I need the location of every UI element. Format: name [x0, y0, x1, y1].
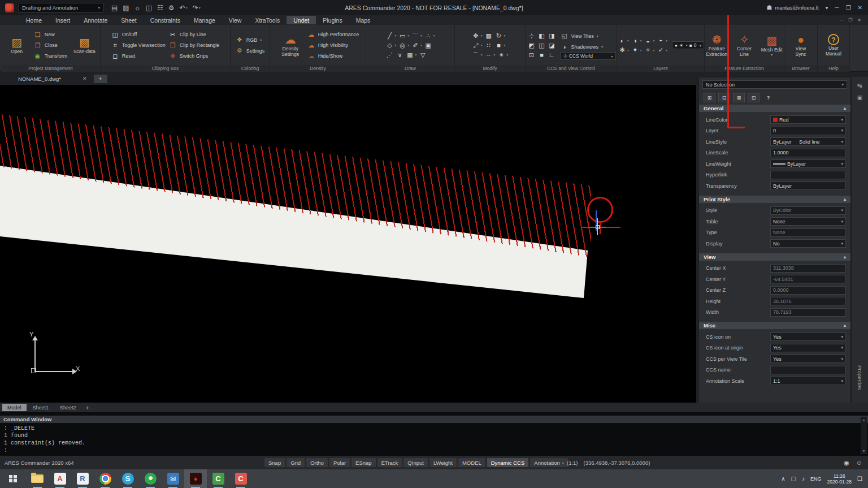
select-entities-icon[interactable]: ⊞ [704, 93, 715, 102]
add-sheet-button[interactable]: + [86, 404, 89, 411]
property-value-dropdown[interactable]: 1:1▾ [770, 377, 846, 385]
toggle-model[interactable]: MODEL [458, 458, 485, 467]
layer-preview-icon[interactable]: ◑ [630, 36, 640, 45]
chevron-down-icon[interactable]: ▾ [407, 34, 409, 37]
ccs-world-dropdown[interactable]: ⊹CCS World▾ [561, 52, 616, 60]
undo-icon[interactable]: ↶▾ [180, 4, 188, 12]
command-window-header[interactable]: Command Window [0, 416, 868, 423]
trim-icon[interactable]: ╌ [484, 51, 494, 59]
ccs-origin-icon[interactable]: ∟ [547, 51, 557, 59]
high-performance-button[interactable]: ☁High Performance [307, 29, 359, 40]
property-value-dropdown[interactable]: Yes▾ [770, 332, 846, 341]
chevron-down-icon[interactable]: ▾ [420, 34, 422, 37]
view-bottom-icon[interactable]: ⊡ [527, 51, 537, 59]
ares-logo-icon[interactable] [5, 3, 14, 12]
line-icon[interactable]: ╱ [384, 32, 394, 40]
toggle-grid[interactable]: Grid [287, 458, 305, 467]
layer-dropdown[interactable]: ●☀◔■0▾ [672, 41, 704, 49]
polygon-icon[interactable]: ◇ [384, 41, 394, 50]
file-explorer-icon[interactable] [26, 469, 49, 488]
redo-icon[interactable]: ↷▾ [193, 4, 201, 12]
region-icon[interactable]: ▦ [405, 51, 415, 59]
session-user-icon[interactable]: ☺ [856, 459, 862, 467]
minimize-icon[interactable]: ─ [835, 5, 839, 11]
tab-insert[interactable]: Insert [49, 16, 77, 24]
rgb-button[interactable]: ❖RGB▾ [236, 34, 265, 45]
open-button[interactable]: ▨Open [3, 36, 31, 54]
document-tab[interactable]: NONAME_0.dwg* ✕ [18, 76, 87, 82]
chevron-down-icon[interactable]: ▾ [415, 53, 416, 57]
switch-grips-button[interactable]: ❖Switch Grips [169, 51, 220, 62]
section-header-view[interactable]: View▴ [699, 253, 850, 261]
clip-onoff-button[interactable]: ◫On/Off [111, 29, 166, 40]
toggle-lweight[interactable]: LWeight [429, 458, 457, 467]
property-value-dropdown[interactable]: ByLayer▾ [770, 159, 846, 168]
chevron-down-icon[interactable]: ▾ [481, 44, 483, 47]
clip-by-line-button[interactable]: ✂Clip by Line [169, 29, 220, 40]
toggle-esnap[interactable]: ESnap [351, 458, 376, 467]
open-file-icon[interactable]: ▨ [123, 4, 129, 12]
property-value-dropdown[interactable]: ByLayerSolid line▾ [770, 137, 846, 146]
color-settings-button[interactable]: ⚙Settings [236, 45, 265, 56]
chevron-down-icon[interactable]: ▾ [199, 6, 201, 10]
toggle-annotation[interactable]: Annotation▾ [530, 458, 567, 467]
move-icon[interactable]: ✥ [471, 32, 481, 40]
property-value-dropdown[interactable]: Red▾ [770, 115, 846, 124]
new-button[interactable]: ❏New [34, 29, 68, 40]
layer-freeze-icon[interactable]: ✻ [617, 46, 627, 54]
property-value-field[interactable]: None [770, 228, 846, 237]
toggle-etrack[interactable]: ETrack [377, 458, 402, 467]
plot-icon[interactable]: ☷ [157, 4, 163, 12]
property-value-field[interactable]: ByLayer [770, 182, 846, 190]
view-back-icon[interactable]: ◪ [547, 41, 557, 50]
revit-icon[interactable]: R [71, 469, 94, 488]
chevron-down-icon[interactable]: ▾ [186, 6, 188, 10]
property-value-dropdown[interactable]: Yes▾ [770, 344, 846, 352]
chevron-down-icon[interactable]: ▾ [420, 44, 422, 47]
sheet-tab-sheet1[interactable]: Sheet1 [28, 404, 54, 411]
language-indicator[interactable]: ENG [810, 476, 822, 482]
property-value-field[interactable] [770, 366, 846, 374]
layer-tools-icon[interactable]: ◓ [656, 36, 666, 45]
tab-view[interactable]: View [222, 16, 249, 24]
chevron-down-icon[interactable]: ▾ [504, 34, 506, 37]
section-header-misc[interactable]: Misc▴ [699, 322, 850, 329]
annotation-scale-value[interactable]: (1:1) [567, 460, 578, 466]
network-icon[interactable]: ▢ [791, 476, 796, 482]
collapse-icon[interactable]: ▴ [844, 323, 846, 328]
cursor-coordinates[interactable]: (336.4938,-37.3076,0.0000) [584, 460, 650, 466]
chevron-down-icon[interactable]: ▾ [433, 34, 435, 37]
layer-manager-icon[interactable]: ◐ [617, 36, 627, 45]
spline-icon[interactable]: ✐ [410, 41, 420, 50]
chevron-down-icon[interactable]: ▾ [504, 44, 506, 47]
hide-show-button[interactable]: ☁Hide/Show [307, 51, 359, 62]
layer-isolate-icon[interactable]: ✧ [643, 46, 653, 54]
fill-icon[interactable]: ■ [494, 41, 504, 50]
feature-extraction-button[interactable]: ❁FeatureExtraction [705, 33, 729, 57]
infinite-line-icon[interactable]: ⋰ [384, 51, 394, 59]
settings-gear-icon[interactable]: ⚙ [168, 4, 175, 12]
property-value-field[interactable]: 1.0000 [770, 149, 846, 157]
scale-icon[interactable]: ⤢ [471, 41, 481, 50]
chevron-down-icon[interactable]: ▾ [394, 44, 396, 47]
chevron-down-icon[interactable]: ▾ [407, 44, 409, 47]
section-header-general[interactable]: General▴ [699, 105, 850, 112]
collapse-icon[interactable]: ▴ [844, 254, 846, 260]
toggle-qinput[interactable]: QInput [403, 458, 428, 467]
toggle-ortho[interactable]: Ortho [306, 458, 328, 467]
c-green-icon[interactable]: C [207, 469, 229, 488]
user-menu-arrow-icon[interactable]: ▾ [826, 5, 828, 11]
pattern-icon[interactable]: ▦ [484, 32, 494, 40]
bulb-icon[interactable]: ☼ [134, 4, 141, 12]
sheet-tab-sheet2[interactable]: Sheet2 [55, 404, 81, 411]
close-icon[interactable]: ✕ [858, 5, 862, 11]
user-manual-button[interactable]: ?UserManual [820, 34, 847, 57]
layer-match-icon[interactable]: ✓ [656, 46, 666, 54]
new-file-icon[interactable]: ▤ [111, 4, 118, 12]
tab-xtratools[interactable]: XtraTools [248, 16, 287, 24]
close-doc-icon[interactable]: ✕ [83, 76, 87, 81]
taskbar-clock[interactable]: 11:26 2020-01-28 [827, 473, 852, 485]
volume-icon[interactable]: ♪ [802, 476, 805, 482]
doc-close-icon[interactable]: ✕ [857, 18, 861, 23]
fillet-icon[interactable]: ⌒ [471, 51, 481, 59]
